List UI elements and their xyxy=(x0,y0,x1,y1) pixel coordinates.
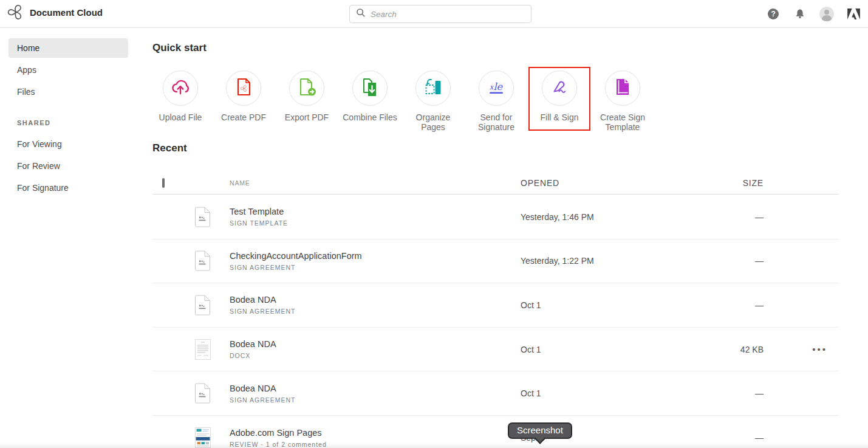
file-type: SIGN AGREEMENT xyxy=(230,308,521,315)
recent-title: Recent xyxy=(152,142,187,154)
search-input[interactable] xyxy=(371,10,525,19)
quick-action-create-pdf[interactable]: Create PDF xyxy=(212,67,275,132)
create-pdf-icon xyxy=(233,76,255,100)
adobe-logo-icon[interactable] xyxy=(846,7,861,21)
quick-action-label: Export PDF xyxy=(285,112,329,122)
sidebar-item-files[interactable]: Files xyxy=(9,82,128,102)
recent-table-header: NAME OPENED SIZE xyxy=(152,171,839,195)
fill-sign-icon xyxy=(548,76,570,100)
file-type: DOCX xyxy=(230,352,521,359)
select-all-checkbox[interactable] xyxy=(162,178,165,188)
main-content: Quick start Upload File xyxy=(152,28,839,448)
svg-text:?: ? xyxy=(771,10,776,18)
user-avatar[interactable] xyxy=(819,7,834,21)
quick-start-title: Quick start xyxy=(152,42,207,54)
app-title: Document Cloud xyxy=(30,7,103,18)
svg-text:le: le xyxy=(494,81,504,92)
sidebar-item-for-signature[interactable]: For Signature xyxy=(9,178,128,198)
sidebar-item-home[interactable]: Home xyxy=(9,38,128,58)
column-header-name: NAME xyxy=(230,179,521,187)
web-thumbnail-icon xyxy=(195,427,230,448)
sign-agreement-file-icon xyxy=(195,207,230,227)
quick-action-label: Send for Signature xyxy=(467,112,525,132)
sidebar-item-for-viewing[interactable]: For Viewing xyxy=(9,134,128,154)
quick-action-create-sign-template[interactable]: Create Sign Template xyxy=(591,67,654,132)
column-header-opened: OPENED xyxy=(521,178,715,188)
table-row[interactable]: Bodea NDA DOCX Oct 1 42 KB ••• xyxy=(152,328,839,372)
sidebar: Home Apps Files SHARED For Viewing For R… xyxy=(0,28,137,448)
file-opened: Oct 1 xyxy=(521,345,715,354)
quick-action-fill-and-sign[interactable]: Fill & Sign xyxy=(528,67,591,132)
more-options-icon[interactable]: ••• xyxy=(812,344,827,354)
file-name: Test Template xyxy=(230,207,521,216)
file-size: — xyxy=(715,256,764,266)
sidebar-item-apps[interactable]: Apps xyxy=(9,60,128,80)
file-opened: Yesterday, 1:46 PM xyxy=(521,212,715,222)
quick-action-organize-pages[interactable]: Organize Pages xyxy=(402,67,465,132)
quick-start-actions: Upload File Create PDF xyxy=(149,67,654,132)
file-name: Bodea NDA xyxy=(230,295,521,305)
organize-pages-icon xyxy=(422,76,444,100)
file-type: REVIEW · 1 of 2 commented xyxy=(230,441,521,448)
file-size: — xyxy=(715,212,764,222)
screenshot-tooltip: Screenshot xyxy=(508,422,572,439)
file-type: SIGN AGREEMENT xyxy=(230,396,521,404)
quick-action-label: Organize Pages xyxy=(404,112,462,132)
combine-files-icon xyxy=(359,76,381,100)
file-size: — xyxy=(715,433,764,443)
file-type: SIGN TEMPLATE xyxy=(230,219,521,227)
file-type: SIGN AGREEMENT xyxy=(230,264,521,271)
acrobat-logo-icon xyxy=(7,4,24,21)
file-size: — xyxy=(715,388,764,398)
sign-agreement-file-icon xyxy=(195,295,230,315)
recent-table: Test Template SIGN TEMPLATE Yesterday, 1… xyxy=(152,195,839,448)
brand: Document Cloud xyxy=(7,4,103,21)
sign-agreement-file-icon xyxy=(195,250,230,271)
file-name: Adobe.com Sign Pages xyxy=(230,428,521,438)
sidebar-item-for-review[interactable]: For Review xyxy=(9,156,128,176)
quick-action-label: Create PDF xyxy=(221,112,266,122)
sign-template-icon xyxy=(612,76,634,100)
quick-action-label: Fill & Sign xyxy=(540,112,578,122)
quick-action-label: Upload File xyxy=(159,112,202,122)
quick-action-label: Create Sign Template xyxy=(593,112,652,132)
file-opened: Oct 1 xyxy=(521,300,715,310)
file-opened: Oct 1 xyxy=(521,388,715,398)
docx-thumbnail-icon xyxy=(195,339,230,360)
top-right-icons: ? xyxy=(766,0,861,28)
search-box[interactable] xyxy=(349,5,531,23)
table-row[interactable]: Bodea NDA SIGN AGREEMENT Oct 1 — xyxy=(152,283,839,328)
upload-cloud-icon xyxy=(169,76,191,100)
document-cloud-page: Document Cloud ? xyxy=(0,0,868,448)
file-name: Bodea NDA xyxy=(230,339,521,349)
quick-action-label: Combine Files xyxy=(343,112,397,122)
table-row[interactable]: Adobe.com Sign Pages REVIEW · 1 of 2 com… xyxy=(152,416,839,448)
column-header-size: SIZE xyxy=(715,178,764,188)
file-name: Bodea NDA xyxy=(230,384,521,393)
quick-action-send-for-signature[interactable]: x le Send for Signature xyxy=(465,67,528,132)
quick-action-upload-file[interactable]: Upload File xyxy=(149,67,212,132)
search-icon xyxy=(356,8,366,20)
top-bar: Document Cloud ? xyxy=(0,0,868,28)
file-size: 42 KB xyxy=(715,345,764,354)
file-name: CheckingAccountApplicationForm xyxy=(230,251,521,261)
quick-action-combine-files[interactable]: Combine Files xyxy=(338,67,402,132)
export-pdf-icon xyxy=(296,76,318,100)
sidebar-section-shared: SHARED xyxy=(9,119,128,126)
help-icon[interactable]: ? xyxy=(766,7,781,21)
file-size: — xyxy=(715,300,764,310)
table-row[interactable]: Test Template SIGN TEMPLATE Yesterday, 1… xyxy=(152,195,839,240)
send-signature-icon: x le xyxy=(485,76,507,100)
sign-agreement-file-icon xyxy=(195,383,230,404)
table-row[interactable]: CheckingAccountApplicationForm SIGN AGRE… xyxy=(152,240,839,284)
quick-action-export-pdf[interactable]: Export PDF xyxy=(275,67,338,132)
file-opened: Yesterday, 1:22 PM xyxy=(521,256,715,266)
notifications-bell-icon[interactable] xyxy=(793,7,807,21)
table-row[interactable]: Bodea NDA SIGN AGREEMENT Oct 1 — xyxy=(152,371,839,416)
